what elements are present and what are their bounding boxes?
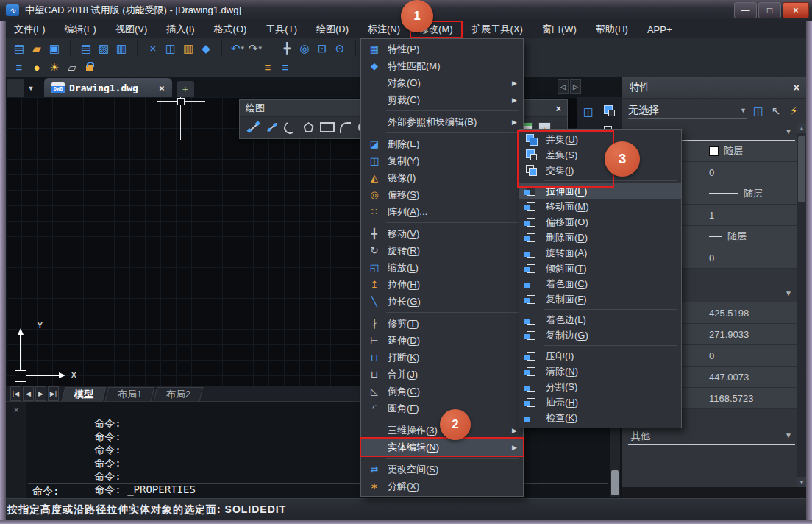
menu-window[interactable]: 窗口(W) xyxy=(533,21,586,38)
zoom-window-button[interactable]: ⊡ xyxy=(313,40,331,56)
command-input[interactable]: 命令: xyxy=(32,484,59,498)
scroll-up-icon[interactable]: ▲ xyxy=(797,123,807,133)
doc-list-button[interactable] xyxy=(7,79,24,97)
menu-item-clip[interactable]: 剪裁(C) ▶ xyxy=(361,91,523,108)
layer-previous-button[interactable]: ≡ xyxy=(277,59,294,75)
doc-prev-button[interactable]: ◁ xyxy=(558,79,569,94)
submenu-item-union[interactable]: 并集(U) ▶ xyxy=(519,132,681,147)
menu-format[interactable]: 格式(O) xyxy=(204,21,257,38)
document-tab[interactable]: DWG Drawing1.dwg × xyxy=(44,78,172,97)
collapse-icon[interactable] xyxy=(785,127,792,135)
menu-insert[interactable]: 插入(I) xyxy=(157,21,204,38)
pan-button[interactable]: ╋ xyxy=(271,40,296,56)
menu-item-object[interactable]: 对象(O) ▶ xyxy=(361,74,523,91)
tab-layout2[interactable]: 布局2 xyxy=(154,387,204,401)
menu-item-copy[interactable]: ◫ 复制(Y) ▶ xyxy=(361,152,523,169)
submenu-item-move-faces[interactable]: 移动面(M) ▶ xyxy=(519,199,681,214)
layer-new-button[interactable]: ▱ xyxy=(63,59,81,75)
layer-properties-button[interactable]: ≡ xyxy=(10,59,28,75)
layer-lock-button[interactable] xyxy=(81,59,99,75)
print-preview-button[interactable]: ▧ xyxy=(95,40,113,56)
construction-line-button[interactable] xyxy=(263,118,281,136)
submenu-item-subtract[interactable]: 差集(S) ▶ xyxy=(519,147,681,163)
polygon-button[interactable] xyxy=(299,118,318,136)
quick-select-button[interactable]: ⚡ xyxy=(786,103,801,118)
menu-app-plus[interactable]: APP+ xyxy=(638,21,682,38)
menu-item-trim[interactable]: ∤ 修剪(T) ▶ xyxy=(361,315,523,332)
menu-item-extend[interactable]: ⊢ 延伸(D) ▶ xyxy=(361,332,523,349)
submenu-item-copy-edges[interactable]: 复制边(G) ▶ xyxy=(519,328,681,343)
close-icon[interactable]: × xyxy=(555,103,561,114)
collapse-icon[interactable] xyxy=(785,289,792,297)
submenu-item-taper-faces[interactable]: 倾斜面(T) ▶ xyxy=(519,261,681,276)
menu-item-move[interactable]: ╋ 移动(V) ▶ xyxy=(361,225,523,242)
submenu-item-check[interactable]: 检查(K) ▶ xyxy=(519,410,681,425)
scroll-down-icon[interactable]: ▼ xyxy=(797,477,807,487)
tab-prev-button[interactable]: ◀ xyxy=(23,386,34,401)
menu-item-properties[interactable]: ▦ 特性(P) ▶ xyxy=(361,40,523,57)
line-button[interactable] xyxy=(244,118,263,136)
maximize-button[interactable]: □ xyxy=(758,2,781,18)
arc-button[interactable] xyxy=(281,118,299,136)
submenu-item-color-edges[interactable]: 着色边(L) ▶ xyxy=(519,312,681,328)
properties-scrollbar[interactable]: ▲ ▼ xyxy=(797,123,807,487)
menu-item-mirror[interactable]: ◭ 镜像(I) ▶ xyxy=(361,169,523,186)
plot-button[interactable]: ▥ xyxy=(113,40,130,56)
menu-item-array[interactable]: ∷ 阵列(A)... ▶ xyxy=(361,203,523,220)
undo-button[interactable]: ↶ xyxy=(221,40,246,56)
submenu-item-delete-faces[interactable]: 删除面(D) ▶ xyxy=(519,230,681,245)
menu-item-chamfer[interactable]: ◺ 倒角(C) ▶ xyxy=(361,383,523,400)
paste-button[interactable]: ▥ xyxy=(179,40,197,56)
submenu-item-shell[interactable]: 抽壳(H) ▶ xyxy=(519,394,681,410)
tab-layout1[interactable]: 布局1 xyxy=(105,387,155,401)
scrollbar-thumb[interactable] xyxy=(798,136,805,202)
submenu-item-rotate-faces[interactable]: 旋转面(A) ▶ xyxy=(519,245,681,261)
rectangle-button[interactable] xyxy=(318,118,336,136)
subtract-button[interactable] xyxy=(602,103,619,119)
menu-item-change-space[interactable]: ⇄ 更改空间(S) ▶ xyxy=(361,461,523,478)
close-icon[interactable]: × xyxy=(794,82,799,93)
collapse-icon[interactable] xyxy=(785,431,792,439)
submenu-item-extrude-faces[interactable]: 拉伸面(E) ▶ xyxy=(519,183,681,199)
tab-model[interactable]: 模型 xyxy=(62,387,107,401)
copy-button[interactable]: ◫ xyxy=(162,40,179,56)
close-tab-icon[interactable]: × xyxy=(159,82,165,93)
submenu-item-imprint[interactable]: 压印(I) ▶ xyxy=(519,348,681,364)
open-button[interactable]: ▰ xyxy=(28,40,46,56)
menu-item-scale[interactable]: ◱ 缩放(L) ▶ xyxy=(361,259,523,276)
layer-make-current-button[interactable]: ≡ xyxy=(259,59,277,75)
pickadd-toggle-button[interactable]: ◫ xyxy=(751,103,766,118)
close-button[interactable]: × xyxy=(783,2,809,18)
submenu-item-clean[interactable]: 清除(N) ▶ xyxy=(519,364,681,379)
cut-button[interactable]: × xyxy=(137,40,162,56)
menu-item-rotate[interactable]: ↻ 旋转(R) ▶ xyxy=(361,242,523,259)
menu-tools[interactable]: 工具(T) xyxy=(256,21,307,38)
menu-item-lengthen[interactable]: ╲ 拉长(G) ▶ xyxy=(361,293,523,310)
tab-next-button[interactable]: ▶ xyxy=(35,386,46,401)
submenu-item-intersect[interactable]: 交集(I) ▶ xyxy=(519,163,681,178)
minimize-button[interactable]: — xyxy=(734,2,757,18)
menu-item-solids-editing[interactable]: 实体编辑(N) ▶ xyxy=(361,439,523,456)
zoom-previous-button[interactable]: ⊙ xyxy=(331,40,349,56)
save-button[interactable]: ▣ xyxy=(46,40,63,56)
print-button[interactable]: ▤ xyxy=(70,40,95,56)
scrollbar-thumb[interactable] xyxy=(611,470,619,495)
submenu-item-color-faces[interactable]: 着色面(C) ▶ xyxy=(519,276,681,291)
doc-list-caret-icon[interactable]: ▼ xyxy=(24,79,38,97)
menu-help[interactable]: 帮助(H) xyxy=(586,21,638,38)
submenu-item-separate[interactable]: 分割(S) ▶ xyxy=(519,379,681,394)
menu-item-fillet[interactable]: ◜ 圆角(F) ▶ xyxy=(361,400,523,417)
redo-button[interactable]: ↷ xyxy=(246,40,264,56)
layer-freeze-button[interactable]: ☀ xyxy=(46,59,63,75)
new-tab-button[interactable]: ＋ xyxy=(177,81,194,97)
menu-item-offset[interactable]: ◎ 偏移(S) ▶ xyxy=(361,186,523,203)
menu-view[interactable]: 视图(V) xyxy=(106,21,157,38)
menu-draw[interactable]: 绘图(D) xyxy=(307,21,358,38)
submenu-item-copy-faces[interactable]: 复制面(F) ▶ xyxy=(519,291,681,307)
selection-combo[interactable]: 无选择 ▼ xyxy=(628,102,747,119)
menu-express-tools[interactable]: 扩展工具(X) xyxy=(463,21,533,38)
menu-item-stretch[interactable]: ↥ 拉伸(H) ▶ xyxy=(361,276,523,293)
menu-item-erase[interactable]: ◪ 删除(E) ▶ xyxy=(361,135,523,152)
new-button[interactable]: ▤ xyxy=(10,40,28,56)
menu-item-xref-block-edit[interactable]: 外部参照和块编辑(B) ▶ xyxy=(361,113,523,130)
